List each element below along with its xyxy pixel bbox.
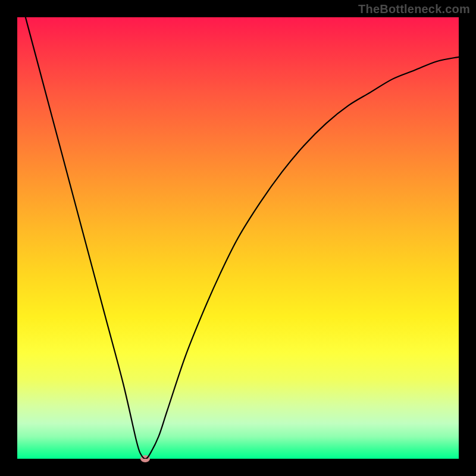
watermark-text: TheBottleneck.com bbox=[358, 2, 470, 16]
curve-svg bbox=[17, 17, 459, 459]
bottleneck-curve bbox=[17, 17, 459, 459]
chart-frame: TheBottleneck.com bbox=[0, 0, 476, 476]
plot-area bbox=[17, 17, 459, 459]
